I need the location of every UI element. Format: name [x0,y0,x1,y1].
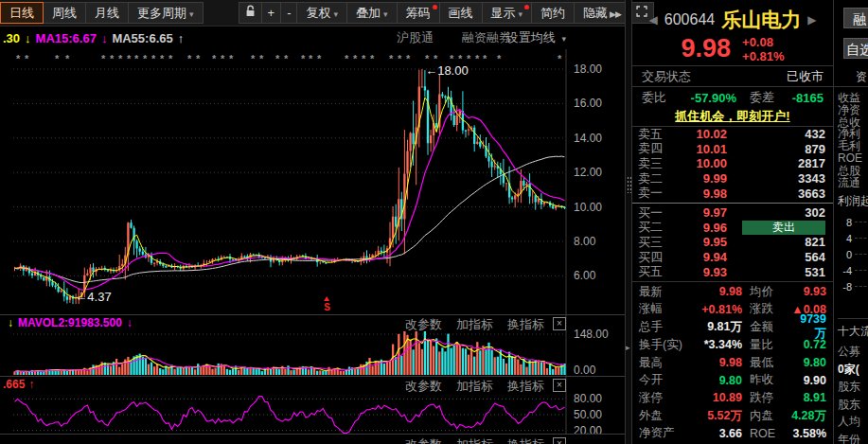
close-icon[interactable]: × [553,317,566,330]
mini-gridline [855,238,868,239]
orderbook-price: 9.96 [672,221,727,235]
stat-value: *3.34% [693,338,742,351]
collapse-arrow-icon[interactable]: ▸ [626,343,630,352]
margin-trading-button[interactable]: 融 [843,8,868,28]
orderbook-buy-row[interactable]: 买三9.95821 [632,235,833,250]
svg-text:*: * [389,53,394,64]
indicator-panel: .665 ↑ 改参数加指标换指标 × 80.0050.0020.00 [0,376,625,434]
holder-item: 0家( [838,361,860,379]
tab-more-periods[interactable]: 更多周期▾ [128,2,204,24]
ma-setting-label: 设置均线 [506,30,556,44]
zoom-in-button[interactable]: + [261,2,282,24]
mini-gridline [855,270,868,271]
watchlist-button[interactable]: 自选 [843,38,868,59]
orderbook-price: 9.98 [672,186,727,201]
hgt-link[interactable]: 沪股通 [397,29,434,46]
orderbook-volume: 879 [727,142,825,156]
sell-order-button[interactable]: 卖出 [742,221,825,235]
svg-text:6.00: 6.00 [574,269,596,282]
change-params-link[interactable]: 改参数 [405,316,442,333]
trade-status-row: 交易状态 已收市 [632,66,833,87]
indicator-value: .665 [3,378,25,391]
hide-button[interactable]: 隐藏▶▶ [574,2,630,24]
tool-label: 简约 [540,6,565,20]
switch-indicator-link[interactable]: 换指标 [507,378,544,395]
svg-text:*: * [309,53,313,64]
stat-label: 净资产 [639,425,693,441]
zoom-lock-button[interactable] [239,2,262,24]
switch-indicator-link[interactable]: 换指标 [507,316,544,333]
stats-row: 换手(实)*3.34%量比0.72 [632,336,833,354]
chip-distribution-button[interactable]: 筹码 [397,2,440,24]
stats-row: 涨停10.89跌停8.91 [632,389,833,407]
svg-text:*: * [110,53,115,64]
add-indicator-link[interactable]: 加指标 [456,436,493,444]
weibi-row: 委比 -57.90% 委差 -8165 [632,87,833,108]
holder-item: 公募 [838,343,860,361]
trade-status-value: 已收市 [787,68,824,85]
drag-grip-icon[interactable] [627,176,631,193]
chevron-down-icon: ▾ [383,9,388,19]
display-button[interactable]: 显示▾ [482,2,533,24]
svg-text:*: * [558,53,562,64]
svg-text:50.00: 50.00 [574,408,602,421]
change-params-link[interactable]: 改参数 [405,378,442,395]
orderbook-sell-row[interactable]: 卖四10.01879 [632,142,833,157]
trade-status-label: 交易状态 [642,68,691,85]
info-tab[interactable]: 资 [834,66,868,87]
weicha-label: 委差 [750,89,786,106]
orderbook-price: 10.00 [672,156,727,170]
weibi-label: 委比 [642,89,678,106]
prev-stock-arrow[interactable]: ◀ [649,13,658,27]
main-candlestick-chart[interactable]: 18.0016.0014.0012.0010.008.006.00*******… [0,49,625,314]
orderbook-buy-row[interactable]: 买四9.94564 [632,250,833,265]
orderbook-volume: 432 [727,127,825,141]
add-indicator-link[interactable]: 加指标 [456,316,493,333]
stat-label: 最低 [750,355,791,371]
draw-line-button[interactable]: 画线 [439,2,483,24]
adjust-rights-button[interactable]: 复权▾ [296,2,347,24]
close-icon[interactable]: × [553,379,566,392]
orderbook-buy-row[interactable]: 买一9.97302 [632,205,833,221]
change-params-link[interactable]: 改参数 [405,436,442,444]
open-account-link[interactable]: 抓住机会，即刻开户! [675,109,789,123]
notification-dot-icon [433,5,437,9]
add-indicator-link[interactable]: 加指标 [456,378,493,395]
orderbook-sell-row[interactable]: 卖一9.983663 [632,186,833,201]
tool-label: 隐藏 [583,6,608,20]
tool-label: 筹码 [406,6,431,20]
ma5-value: .30 [3,31,20,45]
svg-text:*: * [353,53,358,64]
svg-text:←4.37: ←4.37 [75,290,111,304]
panel-resize-divider[interactable]: ▸ [625,0,632,444]
price-change: +0.08 +0.81% [742,35,784,63]
tab-monthly[interactable]: 月线 [85,2,129,24]
tab-daily[interactable]: 日线 [0,2,44,24]
zoom-out-button[interactable]: - [280,2,297,24]
svg-text:*: * [118,53,123,64]
mini-axis-row: -4 [838,262,868,278]
svg-text:*: * [134,53,139,64]
tab-weekly[interactable]: 周线 [43,2,86,24]
mini-axis-row: 0 [838,246,868,262]
orderbook-sell-row[interactable]: 卖五10.02432 [632,127,833,142]
overlay-button[interactable]: 叠加▾ [346,2,398,24]
volume-panel: ↓ MAVOL2:91983.500 ↓ 改参数加指标换指标 × 148.000… [0,314,625,376]
down-arrow-icon: ↓ [8,316,13,329]
orderbook-sell-row[interactable]: 卖二9.993343 [632,171,833,186]
stat-label: 昨收 [750,372,791,388]
next-stock-arrow[interactable]: ▶ [807,13,816,27]
switch-indicator-link[interactable]: 换指标 [507,436,544,444]
orderbook-buy-row[interactable]: 买二9.96卖出 [632,221,833,236]
stat-value: +0.81% [693,303,742,316]
info-sidebar-clipped: 融 自选 资 收益净资总收净利毛利ROE总股流通 利润起 840-4-8 十大流… [833,0,868,444]
ma-setting-button[interactable]: 设置均线 ▾ [506,29,566,46]
orderbook-buy-row[interactable]: 买五9.93531 [632,264,833,279]
orderbook-sell-row[interactable]: 卖三10.002817 [632,156,833,171]
stat-value: 9.98 [693,356,742,369]
simple-mode-button[interactable]: 简约 [531,2,575,24]
svg-text:*: * [370,53,375,64]
margin-link[interactable]: 融资融券 [462,29,511,46]
svg-text:0.00: 0.00 [574,364,596,376]
close-icon[interactable]: × [553,437,566,444]
